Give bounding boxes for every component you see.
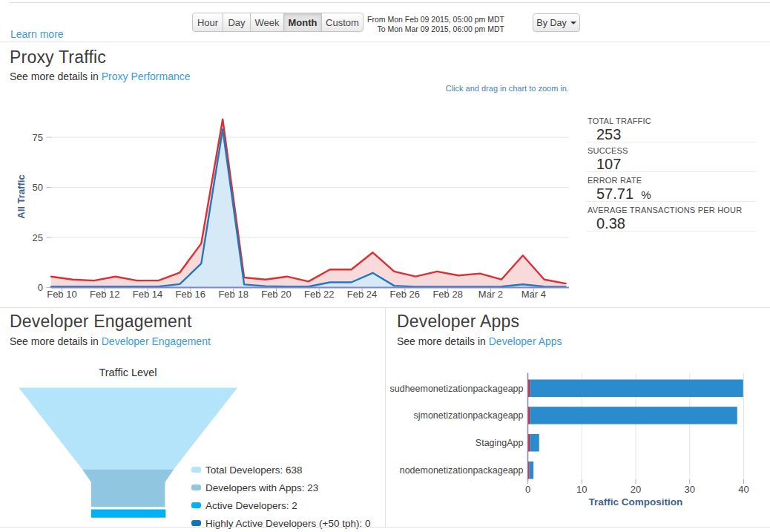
bar-success-sudheemonetizationpackageapp[interactable] bbox=[530, 380, 743, 398]
bar-category-label: sudheemonetizationpackageapp bbox=[390, 384, 524, 394]
x-tick-label: Feb 12 bbox=[90, 289, 119, 300]
bar-category-label: StagingApp bbox=[476, 438, 524, 448]
stat-value: 57.71 % bbox=[588, 185, 757, 203]
bar-success-StagingApp[interactable] bbox=[530, 434, 539, 452]
date-range: From Mon Feb 09 2015, 05:00 pm MDT To Mo… bbox=[326, 15, 504, 33]
time-range-button-day[interactable]: Day bbox=[223, 13, 251, 32]
legend-swatch-icon bbox=[191, 502, 201, 508]
developer-engagement-subtitle: See more details in Developer Engagement bbox=[10, 335, 211, 347]
funnel-legend-item: Highly Active Developers (+50 tph): 0 bbox=[191, 514, 371, 532]
developer-apps-title: Developer Apps bbox=[397, 312, 519, 332]
developer-engagement-subtitle-text: See more details in bbox=[10, 335, 102, 347]
x-tick-label: Feb 18 bbox=[218, 289, 248, 300]
time-range-button-month[interactable]: Month bbox=[283, 13, 322, 32]
developer-apps-link[interactable]: Developer Apps bbox=[489, 335, 562, 347]
stat-value: 107 bbox=[588, 156, 757, 173]
bar-success-nodemonetizationpackageapp[interactable] bbox=[530, 462, 533, 479]
bar-success-sjmonetizationpackageapp[interactable] bbox=[530, 407, 737, 424]
bar-x-tick-label: 20 bbox=[631, 484, 641, 495]
x-tick-label: Feb 22 bbox=[304, 289, 334, 300]
legend-swatch-icon bbox=[191, 467, 201, 473]
traffic-line-total bbox=[51, 119, 566, 283]
stat-unit: % bbox=[638, 188, 651, 201]
funnel-legend-item: Total Developers: 638 bbox=[191, 461, 371, 479]
developer-engagement-link[interactable]: Developer Engagement bbox=[102, 335, 211, 347]
time-range-button-hour[interactable]: Hour bbox=[192, 13, 223, 32]
granularity-dropdown-button[interactable]: By Day bbox=[533, 13, 580, 32]
x-tick-label: Feb 24 bbox=[347, 289, 377, 300]
x-tick-label: Feb 20 bbox=[261, 289, 291, 300]
developer-apps-subtitle: See more details in Developer Apps bbox=[397, 335, 562, 347]
stat-label: AVERAGE TRANSACTIONS PER HOUR bbox=[588, 206, 757, 214]
bar-x-tick-label: 40 bbox=[738, 484, 748, 495]
top-divider bbox=[10, 2, 770, 3]
date-range-from: From Mon Feb 09 2015, 05:00 pm MDT bbox=[326, 15, 504, 24]
stat-row: SUCCESS107 bbox=[586, 142, 757, 172]
time-range-button-week[interactable]: Week bbox=[250, 13, 284, 32]
date-range-to: To Mon Mar 09 2015, 06:00 pm MDT bbox=[326, 24, 504, 34]
stat-label: TOTAL TRAFFIC bbox=[588, 116, 757, 125]
y-tick-label: 50 bbox=[33, 182, 43, 193]
stat-value: 0.38 bbox=[588, 215, 757, 232]
developer-apps-bar-chart[interactable]: sudheemonetizationpackageappsjmonetizati… bbox=[385, 367, 770, 523]
developer-engagement-title: Developer Engagement bbox=[10, 312, 192, 332]
bar-x-tick-label: 0 bbox=[525, 484, 530, 495]
funnel-segment-total-developers[interactable] bbox=[19, 388, 237, 470]
bar-category-label: sjmonetizationpackageapp bbox=[413, 410, 523, 421]
bar-x-axis-title: Traffic Composition bbox=[589, 496, 683, 508]
x-tick-label: Feb 10 bbox=[47, 289, 76, 300]
proxy-traffic-chart[interactable]: 0255075Feb 10Feb 12Feb 14Feb 16Feb 18Feb… bbox=[0, 104, 586, 306]
bar-category-label: nodemonetizationpackageapp bbox=[400, 465, 524, 476]
header-divider bbox=[0, 42, 770, 42]
proxy-traffic-subtitle-text: See more details in bbox=[10, 70, 102, 82]
caret-down-icon bbox=[570, 22, 576, 24]
traffic-area-success bbox=[51, 129, 566, 287]
zoom-hint: Click and drag in chart to zoom in. bbox=[371, 84, 569, 93]
funnel-segment-active-developers[interactable] bbox=[91, 510, 165, 518]
funnel-legend-item: Active Developers: 2 bbox=[191, 496, 371, 514]
learn-more-link[interactable]: Learn more bbox=[10, 28, 64, 40]
developer-apps-subtitle-text: See more details in bbox=[397, 335, 489, 347]
traffic-line-success bbox=[51, 129, 566, 286]
stat-value: 253 bbox=[588, 126, 757, 143]
traffic-area-total bbox=[51, 119, 566, 288]
y-tick-label: 25 bbox=[33, 232, 43, 243]
bar-x-tick-label: 30 bbox=[685, 484, 695, 495]
proxy-performance-link[interactable]: Proxy Performance bbox=[102, 70, 191, 82]
stat-row: AVERAGE TRANSACTIONS PER HOUR0.38 bbox=[586, 202, 757, 231]
stat-label: SUCCESS bbox=[588, 146, 757, 155]
x-tick-label: Feb 26 bbox=[390, 289, 420, 300]
funnel-segment-developers-with-apps[interactable] bbox=[82, 469, 174, 507]
y-axis-title: All Traffic bbox=[16, 174, 27, 218]
funnel-legend-label: Active Developers: 2 bbox=[205, 500, 297, 511]
funnel-legend-item: Developers with Apps: 23 bbox=[191, 479, 371, 496]
traffic-stats-panel: TOTAL TRAFFIC253SUCCESS107ERROR RATE57.7… bbox=[586, 113, 757, 231]
legend-swatch-icon bbox=[191, 485, 201, 490]
x-tick-label: Mar 4 bbox=[521, 289, 546, 300]
x-tick-label: Feb 28 bbox=[432, 289, 462, 300]
proxy-traffic-title: Proxy Traffic bbox=[10, 47, 106, 68]
x-tick-label: Mar 2 bbox=[478, 289, 503, 300]
funnel-legend-label: Total Developers: 638 bbox=[205, 464, 303, 476]
stat-label: ERROR RATE bbox=[588, 176, 757, 185]
granularity-dropdown-label: By Day bbox=[536, 18, 566, 28]
bar-x-tick-label: 10 bbox=[576, 484, 587, 495]
legend-swatch-icon bbox=[191, 520, 201, 526]
analytics-dashboard: Learn more HourDayWeekMonthCustom From M… bbox=[0, 0, 770, 532]
funnel-legend: Total Developers: 638Developers with App… bbox=[191, 461, 371, 532]
y-tick-label: 75 bbox=[33, 132, 43, 143]
funnel-legend-label: Developers with Apps: 23 bbox=[205, 482, 318, 493]
x-tick-label: Feb 16 bbox=[176, 289, 205, 300]
stat-row: ERROR RATE57.71 % bbox=[586, 172, 757, 202]
x-tick-label: Feb 14 bbox=[133, 289, 162, 300]
y-tick-label: 0 bbox=[38, 282, 43, 293]
stat-row: TOTAL TRAFFIC253 bbox=[586, 113, 757, 142]
funnel-chart-title: Traffic Level bbox=[72, 367, 184, 378]
proxy-traffic-subtitle: See more details in Proxy Performance bbox=[10, 70, 191, 82]
bottom-divider bbox=[0, 527, 770, 528]
